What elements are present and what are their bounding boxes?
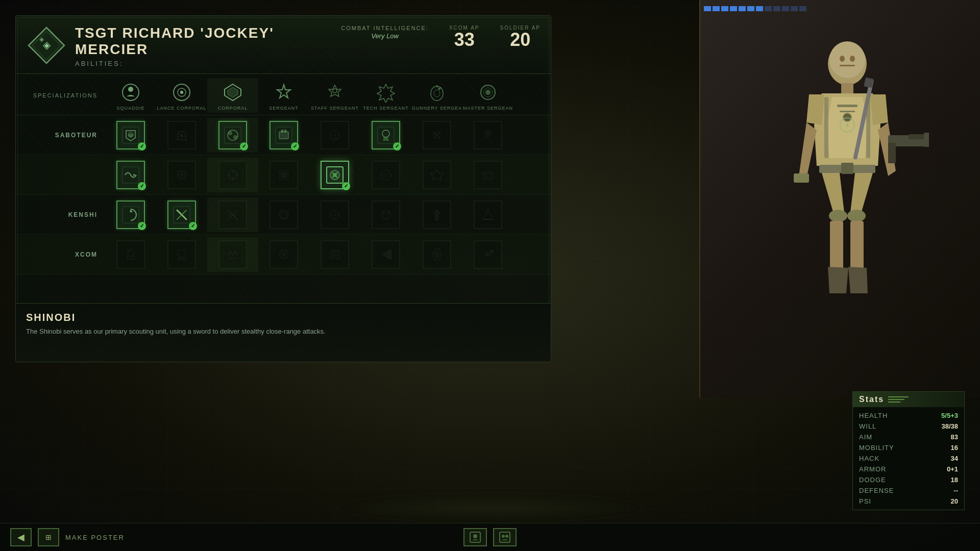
svg-point-2 [840, 56, 845, 62]
svg-rect-124 [174, 246, 190, 263]
svg-rect-9 [794, 173, 809, 183]
ability-icon-xcom-1[interactable] [167, 240, 196, 269]
ap-pip-1 [704, 6, 711, 11]
ability-cell-2-3[interactable] [258, 197, 309, 232]
ap-pip-7 [756, 6, 763, 11]
stats-panel: Stats HEALTH 5/5+3 WILL 38/38 AIM 83 MOB… [852, 391, 965, 510]
ability-cell-1-7[interactable] [462, 158, 513, 192]
ability-icon-row2-4[interactable]: ✓ [321, 161, 349, 189]
ability-icon-xcom-2[interactable] [218, 240, 247, 269]
ability-icon-kenshi-4[interactable] [321, 201, 349, 229]
check-saboteur-5: ✓ [393, 142, 401, 151]
svg-rect-47 [225, 127, 241, 143]
nav-next-icon [499, 531, 511, 543]
svg-rect-11 [888, 143, 896, 163]
ability-cell-1-0[interactable]: ✓ [105, 158, 156, 192]
ability-icon-saboteur-5[interactable]: ✓ [372, 121, 400, 149]
ability-cell-1-4[interactable]: ✓ [309, 158, 360, 192]
ability-icon-row2-2[interactable] [218, 161, 247, 189]
ability-cell-1-1[interactable] [156, 158, 207, 192]
ability-cell-3-2[interactable] [207, 237, 258, 272]
ability-icon-saboteur-0[interactable]: ✓ [116, 121, 145, 149]
ability-cell-1-6[interactable] [411, 158, 462, 192]
back-button[interactable]: ◀ [10, 528, 32, 546]
ability-icon-row2-6[interactable] [423, 161, 451, 189]
ability-icon-saboteur-6[interactable] [423, 121, 451, 149]
svg-point-16 [829, 210, 847, 222]
stats-header: Stats [853, 392, 964, 407]
ability-icon-kenshi-0[interactable]: ✓ [116, 201, 145, 229]
ability-icon-row2-0[interactable]: ✓ [116, 161, 145, 189]
ability-icon-kenshi-6[interactable] [423, 201, 451, 229]
ability-icon-xcom-6[interactable] [423, 240, 451, 269]
ability-cell-0-4[interactable] [309, 118, 360, 153]
ability-cell-2-1[interactable]: ✓ [156, 197, 207, 232]
ability-icon-xcom-7[interactable] [474, 240, 502, 269]
ability-icon-kenshi-5[interactable] [372, 201, 400, 229]
ability-cell-0-6[interactable] [411, 118, 462, 153]
ability-icon-kenshi-1[interactable]: ✓ [167, 201, 196, 229]
ability-icon-xcom-0[interactable] [116, 240, 145, 269]
ability-icon-row2-1[interactable] [167, 161, 196, 189]
stat-name-hack: HACK [859, 455, 879, 462]
ap-pip-3 [721, 6, 728, 11]
ability-cell-3-6[interactable] [411, 237, 462, 272]
ability-cell-1-5[interactable] [360, 158, 411, 192]
ability-cell-0-1[interactable] [156, 118, 207, 153]
ap-pip-6 [747, 6, 754, 11]
nav-prev-button[interactable] [463, 528, 487, 546]
soldier-panel: ✦ [699, 0, 980, 398]
stat-name-mobility: MOBILITY [859, 444, 894, 452]
ability-icon-row2-3[interactable] [270, 161, 298, 189]
ability-cell-2-6[interactable] [411, 197, 462, 232]
ability-cell-0-7[interactable] [462, 118, 513, 153]
ability-cell-3-3[interactable] [258, 237, 309, 272]
ability-cell-0-5[interactable]: ✓ [360, 118, 411, 153]
ability-cell-2-2[interactable] [207, 197, 258, 232]
svg-rect-13 [924, 133, 929, 147]
svg-rect-145 [500, 532, 510, 542]
ability-icon-saboteur-3[interactable]: ✓ [270, 121, 298, 149]
svg-rect-111 [378, 207, 394, 223]
ability-icon-saboteur-4[interactable] [321, 121, 349, 149]
ability-cell-2-0[interactable]: ✓ [105, 197, 156, 232]
svg-rect-59 [378, 127, 394, 143]
ability-icon-xcom-4[interactable] [321, 240, 349, 269]
ability-icon-kenshi-7[interactable] [474, 201, 502, 229]
ability-cell-3-7[interactable] [462, 237, 513, 272]
nav-next-button[interactable] [493, 528, 517, 546]
ability-cell-3-4[interactable] [309, 237, 360, 272]
ability-cells-xcom [105, 237, 551, 272]
ability-cell-0-3[interactable]: ✓ [258, 118, 309, 153]
ap-pip-8 [765, 6, 772, 11]
ability-icon-row2-5[interactable] [372, 161, 400, 189]
ability-icon-xcom-5[interactable] [372, 240, 400, 269]
ability-icon-xcom-3[interactable] [270, 240, 298, 269]
ability-cell-3-5[interactable] [360, 237, 411, 272]
ability-cell-3-0[interactable] [105, 237, 156, 272]
ability-cell-3-1[interactable] [156, 237, 207, 272]
ability-icon-saboteur-7[interactable] [474, 121, 502, 149]
ap-pip-bar [704, 6, 806, 11]
check-row2-0: ✓ [138, 182, 146, 190]
svg-rect-5 [841, 83, 853, 93]
svg-rect-74 [225, 167, 241, 183]
stat-value-psi: 20 [951, 497, 958, 505]
ability-cell-1-2[interactable] [207, 158, 258, 192]
ability-cell-0-2[interactable]: ✓ [207, 118, 258, 153]
ability-cell-2-5[interactable] [360, 197, 411, 232]
poster-icon-button[interactable]: ⊞ [38, 528, 59, 546]
ability-icon-saboteur-2[interactable]: ✓ [218, 121, 247, 149]
ability-cell-2-4[interactable] [309, 197, 360, 232]
ability-icon-kenshi-3[interactable] [270, 201, 298, 229]
ability-icon-kenshi-2[interactable] [218, 201, 247, 229]
ability-icon-row2-7[interactable] [474, 161, 502, 189]
ability-cell-2-7[interactable] [462, 197, 513, 232]
ability-cell-0-0[interactable]: ✓ [105, 118, 156, 153]
ability-cell-1-3[interactable] [258, 158, 309, 192]
ability-icon-saboteur-1[interactable] [167, 121, 196, 149]
check-saboteur-3: ✓ [291, 142, 299, 151]
stat-row-dodge: DODGE 18 [853, 474, 964, 485]
stat-value-mobility: 16 [951, 444, 958, 452]
check-row2-4: ✓ [342, 182, 350, 190]
